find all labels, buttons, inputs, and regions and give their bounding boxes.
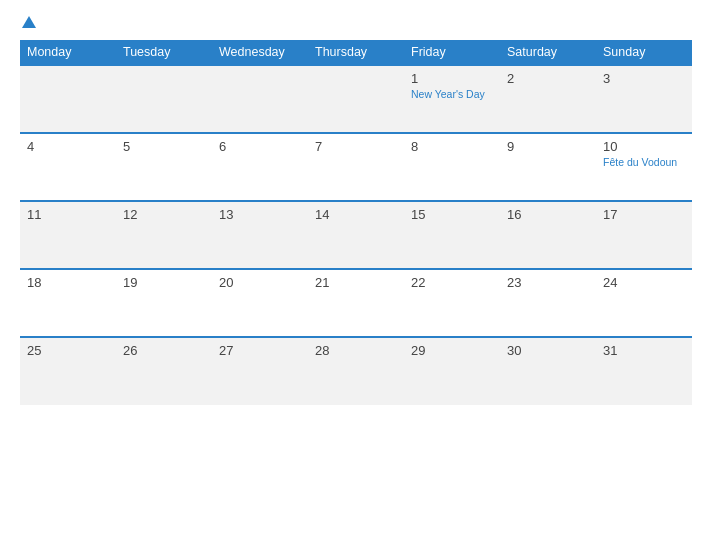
- day-number: 2: [507, 71, 590, 86]
- day-number: 29: [411, 343, 494, 358]
- country-label: [632, 18, 692, 24]
- day-number: 25: [27, 343, 110, 358]
- calendar-cell: 30: [500, 337, 596, 405]
- calendar-cell: 16: [500, 201, 596, 269]
- weekday-header: Wednesday: [212, 40, 308, 65]
- day-number: 27: [219, 343, 302, 358]
- day-number: 4: [27, 139, 110, 154]
- day-number: 17: [603, 207, 686, 222]
- day-number: 15: [411, 207, 494, 222]
- calendar-cell: 18: [20, 269, 116, 337]
- weekday-header: Monday: [20, 40, 116, 65]
- calendar-cell: 29: [404, 337, 500, 405]
- calendar-cell: 15: [404, 201, 500, 269]
- weekday-header: Saturday: [500, 40, 596, 65]
- day-number: 7: [315, 139, 398, 154]
- calendar-cell: 11: [20, 201, 116, 269]
- day-number: 30: [507, 343, 590, 358]
- week-row: 11121314151617: [20, 201, 692, 269]
- day-number: 13: [219, 207, 302, 222]
- page: MondayTuesdayWednesdayThursdayFridaySatu…: [0, 0, 712, 550]
- day-number: 19: [123, 275, 206, 290]
- day-number: 12: [123, 207, 206, 222]
- days-of-week-row: MondayTuesdayWednesdayThursdayFridaySatu…: [20, 40, 692, 65]
- weekday-header: Sunday: [596, 40, 692, 65]
- day-number: 22: [411, 275, 494, 290]
- calendar-cell: 28: [308, 337, 404, 405]
- calendar-cell: 9: [500, 133, 596, 201]
- calendar-cell: 20: [212, 269, 308, 337]
- weekday-header: Tuesday: [116, 40, 212, 65]
- calendar-cell: 26: [116, 337, 212, 405]
- day-number: 8: [411, 139, 494, 154]
- day-number: 23: [507, 275, 590, 290]
- calendar-cell: 24: [596, 269, 692, 337]
- calendar-cell: [212, 65, 308, 133]
- calendar-cell: 2: [500, 65, 596, 133]
- day-number: 18: [27, 275, 110, 290]
- day-number: 26: [123, 343, 206, 358]
- day-number: 20: [219, 275, 302, 290]
- calendar-cell: 8: [404, 133, 500, 201]
- day-number: 6: [219, 139, 302, 154]
- day-number: 11: [27, 207, 110, 222]
- day-number: 31: [603, 343, 686, 358]
- header: [20, 18, 692, 30]
- day-number: 10: [603, 139, 686, 154]
- weekday-header: Thursday: [308, 40, 404, 65]
- calendar-cell: 22: [404, 269, 500, 337]
- calendar-cell: 4: [20, 133, 116, 201]
- week-row: 1New Year's Day23: [20, 65, 692, 133]
- day-number: 21: [315, 275, 398, 290]
- calendar-cell: [20, 65, 116, 133]
- calendar-cell: 6: [212, 133, 308, 201]
- calendar-cell: 5: [116, 133, 212, 201]
- week-row: 18192021222324: [20, 269, 692, 337]
- calendar-cell: 31: [596, 337, 692, 405]
- calendar-cell: 10Fête du Vodoun: [596, 133, 692, 201]
- week-row: 45678910Fête du Vodoun: [20, 133, 692, 201]
- calendar-cell: 21: [308, 269, 404, 337]
- day-number: 28: [315, 343, 398, 358]
- calendar-cell: 7: [308, 133, 404, 201]
- day-number: 14: [315, 207, 398, 222]
- day-number: 24: [603, 275, 686, 290]
- calendar-body: 1New Year's Day2345678910Fête du Vodoun1…: [20, 65, 692, 405]
- day-number: 5: [123, 139, 206, 154]
- calendar-cell: 25: [20, 337, 116, 405]
- calendar-cell: 13: [212, 201, 308, 269]
- calendar-cell: 3: [596, 65, 692, 133]
- calendar-header: MondayTuesdayWednesdayThursdayFridaySatu…: [20, 40, 692, 65]
- calendar-cell: 27: [212, 337, 308, 405]
- week-row: 25262728293031: [20, 337, 692, 405]
- calendar-cell: 19: [116, 269, 212, 337]
- calendar-cell: 14: [308, 201, 404, 269]
- holiday-label: New Year's Day: [411, 88, 494, 102]
- weekday-header: Friday: [404, 40, 500, 65]
- logo: [20, 18, 36, 30]
- calendar-cell: [308, 65, 404, 133]
- holiday-label: Fête du Vodoun: [603, 156, 686, 170]
- calendar-cell: 12: [116, 201, 212, 269]
- calendar-cell: 1New Year's Day: [404, 65, 500, 133]
- day-number: 9: [507, 139, 590, 154]
- day-number: 1: [411, 71, 494, 86]
- calendar-table: MondayTuesdayWednesdayThursdayFridaySatu…: [20, 40, 692, 405]
- logo-triangle-icon: [22, 16, 36, 28]
- day-number: 3: [603, 71, 686, 86]
- day-number: 16: [507, 207, 590, 222]
- calendar-cell: 17: [596, 201, 692, 269]
- calendar-cell: [116, 65, 212, 133]
- calendar-cell: 23: [500, 269, 596, 337]
